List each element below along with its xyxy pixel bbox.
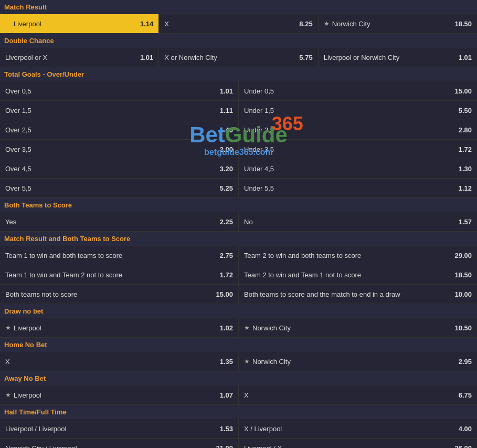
odds-cell-total-goals-3-1[interactable]: Under 3,51.72	[239, 140, 477, 159]
cell-text: Under 2,5	[244, 126, 274, 134]
cell-text: Over 3,5	[5, 145, 31, 153]
cell-label-match-result-both-teams-1-1: Team 2 to win and Team 1 not to score	[244, 271, 450, 279]
cell-label-total-goals-2-0: Over 2,5	[5, 126, 216, 134]
odds-cell-match-result-both-teams-2-1[interactable]: Both teams to score and the match to end…	[239, 285, 477, 304]
odds-row-total-goals-0: Over 0,51.01Under 0,515.00	[0, 81, 477, 101]
cell-label-total-goals-4-0: Over 4,5	[5, 165, 216, 173]
section-rows-away-no-bet: ★Liverpool1.07X6.75	[0, 386, 477, 405]
odds-value: 2.95	[459, 358, 472, 366]
cell-text: Team 2 to win and both teams to score	[244, 252, 361, 259]
cell-text: Over 1,5	[5, 107, 31, 114]
cell-text: Team 2 to win and Team 1 not to score	[244, 271, 361, 279]
section-header-home-no-bet: Home No Bet	[0, 338, 477, 352]
odds-cell-both-teams-score-0-0[interactable]: Yes2.25	[0, 212, 239, 231]
cell-text: Under 3,5	[244, 145, 274, 153]
cell-text: Liverpool	[14, 324, 41, 332]
odds-cell-double-chance-0-2[interactable]: Liverpool or Norwich City1.01	[319, 48, 477, 67]
cell-label-match-result-both-teams-2-0: Both teams not to score	[5, 290, 211, 298]
odds-cell-match-result-both-teams-1-0[interactable]: Team 1 to win and Team 2 not to score1.7…	[0, 265, 239, 284]
odds-value: 26.00	[454, 444, 472, 449]
cell-label-match-result-both-teams-0-1: Team 2 to win and both teams to score	[244, 252, 450, 259]
odds-cell-draw-no-bet-0-0[interactable]: ★Liverpool1.02	[0, 318, 239, 337]
star-icon: ★	[244, 324, 250, 331]
cell-label-match-result-both-teams-0-0: Team 1 to win and both teams to score	[5, 252, 216, 259]
odds-cell-match-result-both-teams-0-0[interactable]: Team 1 to win and both teams to score2.7…	[0, 246, 239, 265]
star-icon: ★	[5, 324, 11, 331]
odds-cell-half-time-full-time-1-1[interactable]: Liverpool / X26.00	[239, 439, 477, 448]
odds-cell-total-goals-1-1[interactable]: Under 1,55.50	[239, 101, 477, 120]
odds-cell-match-result-0-1[interactable]: X8.25	[159, 14, 318, 33]
cell-text: Liverpool	[14, 391, 41, 399]
cell-text: Team 1 to win and both teams to score	[5, 252, 122, 259]
cell-text: Both teams to score and the match to end…	[244, 290, 400, 298]
odds-value: 4.00	[459, 425, 472, 433]
odds-row-half-time-full-time-1: Norwich City / Liverpool21.00Liverpool /…	[0, 439, 477, 448]
star-icon: ★	[5, 20, 11, 27]
cell-label-total-goals-3-1: Under 3,5	[244, 145, 454, 153]
cell-label-home-no-bet-0-1: ★Norwich City	[244, 358, 454, 366]
odds-cell-home-no-bet-0-0[interactable]: X1.35	[0, 352, 239, 371]
odds-cell-double-chance-0-0[interactable]: Liverpool or X1.01	[0, 48, 159, 67]
section-rows-match-result: ★Liverpool1.14X8.25★Norwich City18.50	[0, 14, 477, 34]
odds-value: 15.00	[216, 290, 233, 298]
cell-label-half-time-full-time-0-0: Liverpool / Liverpool	[5, 425, 216, 433]
odds-value: 6.75	[459, 391, 472, 399]
cell-text: Team 1 to win and Team 2 not to score	[5, 271, 122, 279]
cell-text: Over 2,5	[5, 126, 31, 134]
odds-value: 2.25	[220, 218, 233, 226]
odds-cell-total-goals-3-0[interactable]: Over 3,52.00	[0, 140, 239, 159]
odds-value: 1.35	[220, 358, 233, 366]
cell-text: Norwich City	[252, 324, 291, 332]
cell-text: Liverpool or X	[5, 54, 47, 61]
cell-text: X	[244, 391, 249, 399]
odds-cell-total-goals-0-1[interactable]: Under 0,515.00	[239, 81, 477, 100]
cell-label-match-result-both-teams-1-0: Team 1 to win and Team 2 not to score	[5, 271, 216, 279]
odds-cell-total-goals-4-1[interactable]: Under 4,51.30	[239, 159, 477, 178]
odds-cell-both-teams-score-0-1[interactable]: No1.57	[239, 212, 477, 231]
cell-text: Liverpool / X	[244, 444, 282, 449]
odds-row-away-no-bet-0: ★Liverpool1.07X6.75	[0, 386, 477, 405]
odds-cell-total-goals-2-0[interactable]: Over 2,51.40	[0, 120, 239, 139]
odds-cell-match-result-both-teams-1-1[interactable]: Team 2 to win and Team 1 not to score18.…	[239, 265, 477, 284]
section-header-match-result: Match Result	[0, 0, 477, 14]
cell-label-total-goals-2-1: Under 2,5	[244, 126, 454, 134]
odds-cell-match-result-0-2[interactable]: ★Norwich City18.50	[319, 14, 477, 33]
odds-row-draw-no-bet-0: ★Liverpool1.02★Norwich City10.50	[0, 318, 477, 338]
cell-label-match-result-0-1: X	[164, 20, 295, 28]
odds-cell-home-no-bet-0-1[interactable]: ★Norwich City2.95	[239, 352, 477, 371]
odds-value: 1.72	[220, 271, 233, 279]
odds-cell-away-no-bet-0-0[interactable]: ★Liverpool1.07	[0, 386, 239, 404]
odds-cell-half-time-full-time-0-1[interactable]: X / Liverpool4.00	[239, 419, 477, 438]
odds-cell-match-result-both-teams-2-0[interactable]: Both teams not to score15.00	[0, 285, 239, 304]
cell-text: Liverpool or Norwich City	[324, 54, 400, 61]
odds-cell-match-result-0-0[interactable]: ★Liverpool1.14	[0, 14, 159, 33]
odds-cell-half-time-full-time-0-0[interactable]: Liverpool / Liverpool1.53	[0, 419, 239, 438]
cell-label-both-teams-score-0-0: Yes	[5, 218, 216, 226]
odds-row-total-goals-2: Over 2,51.40Under 2,52.80	[0, 120, 477, 140]
odds-cell-total-goals-2-1[interactable]: Under 2,52.80	[239, 120, 477, 139]
odds-row-total-goals-1: Over 1,51.11Under 1,55.50	[0, 101, 477, 120]
odds-row-half-time-full-time-0: Liverpool / Liverpool1.53X / Liverpool4.…	[0, 419, 477, 439]
odds-value: 2.75	[220, 252, 233, 259]
cell-text: Norwich City	[332, 20, 370, 28]
odds-cell-half-time-full-time-1-0[interactable]: Norwich City / Liverpool21.00	[0, 439, 239, 448]
odds-value: 21.00	[216, 444, 233, 449]
cell-label-match-result-0-0: ★Liverpool	[5, 20, 136, 28]
odds-value: 18.50	[454, 271, 472, 279]
cell-label-total-goals-1-0: Over 1,5	[5, 107, 216, 114]
cell-text: Norwich City / Liverpool	[5, 444, 77, 449]
odds-value: 5.50	[459, 107, 472, 114]
section-header-double-chance: Double Chance	[0, 34, 477, 48]
odds-cell-total-goals-5-1[interactable]: Under 5,51.12	[239, 179, 477, 197]
odds-cell-draw-no-bet-0-1[interactable]: ★Norwich City10.50	[239, 318, 477, 337]
odds-cell-match-result-both-teams-0-1[interactable]: Team 2 to win and both teams to score29.…	[239, 246, 477, 265]
odds-cell-total-goals-4-0[interactable]: Over 4,53.20	[0, 159, 239, 178]
section-rows-draw-no-bet: ★Liverpool1.02★Norwich City10.50	[0, 318, 477, 338]
cell-label-total-goals-3-0: Over 3,5	[5, 145, 216, 153]
odds-cell-total-goals-0-0[interactable]: Over 0,51.01	[0, 81, 239, 100]
section-rows-home-no-bet: X1.35★Norwich City2.95	[0, 352, 477, 371]
odds-cell-total-goals-5-0[interactable]: Over 5,55.25	[0, 179, 239, 197]
odds-cell-double-chance-0-1[interactable]: X or Norwich City5.75	[159, 48, 318, 67]
odds-cell-total-goals-1-0[interactable]: Over 1,51.11	[0, 101, 239, 120]
odds-cell-away-no-bet-0-1[interactable]: X6.75	[239, 386, 477, 404]
